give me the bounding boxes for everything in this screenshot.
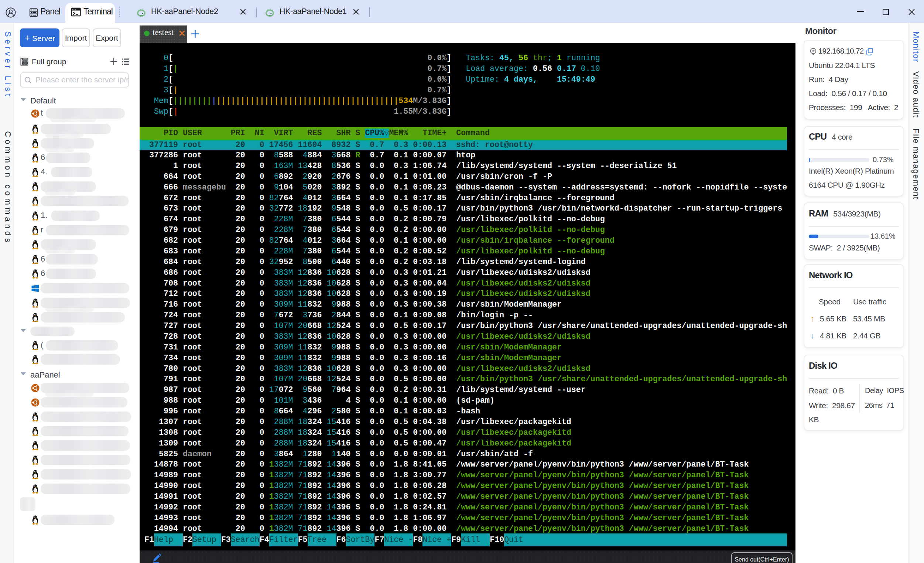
svg-text:IP: IP [812, 50, 814, 53]
